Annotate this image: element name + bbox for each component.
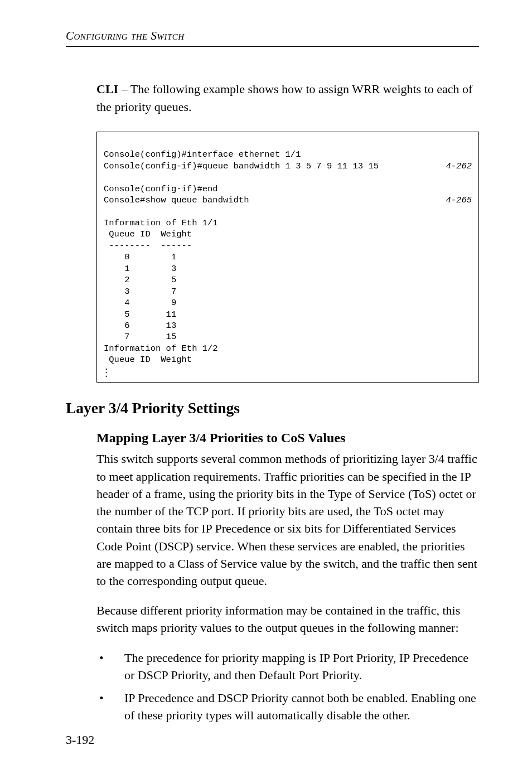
ellipsis-vertical: . . . [104,366,472,377]
code-line: Console(config-if)#queue bandwidth 1 3 5… [104,161,379,172]
code-line: 3 7 [104,287,176,297]
code-line: Console(config)#interface ethernet 1/1 [104,149,301,159]
page-number: 3-192 [66,733,94,747]
subsection-heading: Mapping Layer 3/4 Priorities to CoS Valu… [96,430,479,446]
bullet-icon: • [99,689,104,707]
cli-intro-strong: CLI [96,82,118,96]
code-line: Queue ID Weight [104,229,192,239]
running-header: Configuring the Switch [66,29,479,43]
code-line: 4 9 [104,298,176,308]
code-line: Information of Eth 1/1 [104,218,218,228]
code-line: 6 13 [104,321,176,331]
bullet-list: • The precedence for priority mapping is… [96,649,479,724]
cli-intro-paragraph: CLI – The following example shows how to… [96,80,479,116]
code-line: 7 15 [104,332,176,342]
code-line: -------- ------ [104,241,192,251]
body-paragraph-2: Because different priority information m… [96,602,479,636]
code-line: Queue ID Weight [104,355,192,365]
section-heading: Layer 3/4 Priority Settings [66,399,479,417]
list-item-text: The precedence for priority mapping is I… [124,651,468,682]
code-line: 2 5 [104,275,176,285]
code-line: 1 3 [104,264,176,274]
bullet-icon: • [99,649,104,666]
code-line: Console#show queue bandwidth [104,195,249,206]
code-line: 0 1 [104,252,176,262]
list-item: • IP Precedence and DSCP Priority cannot… [96,689,479,724]
header-rule [66,46,479,47]
code-line: Information of Eth 1/2 [104,344,218,354]
code-page-ref: 4-262 [446,161,472,172]
code-line: Console(config-if)#end [104,184,218,194]
list-item: • The precedence for priority mapping is… [96,649,479,684]
code-page-ref: 4-265 [446,195,472,206]
code-line: 5 11 [104,309,176,320]
list-item-text: IP Precedence and DSCP Priority cannot b… [124,691,476,722]
body-paragraph-1: This switch supports several common meth… [96,450,479,589]
cli-intro-text: – The following example shows how to ass… [96,82,472,114]
cli-code-block: Console(config)#interface ethernet 1/1 C… [96,132,479,383]
